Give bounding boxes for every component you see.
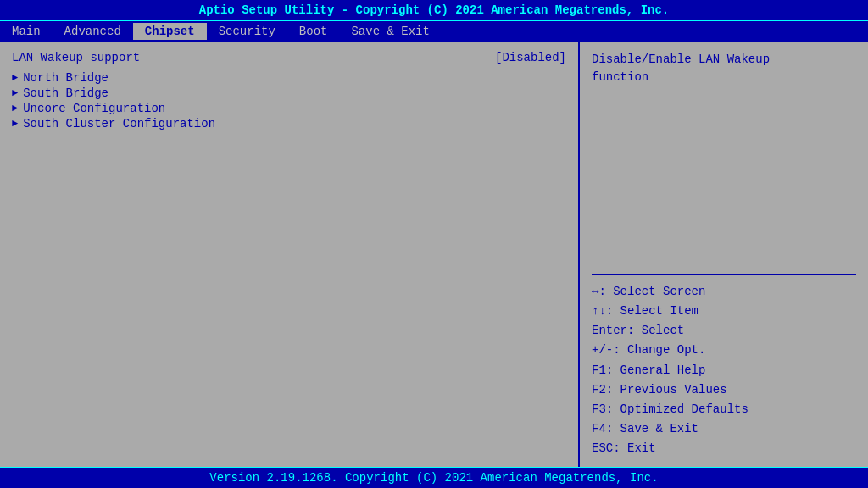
submenu-label: Uncore Configuration <box>23 102 165 115</box>
submenu-item[interactable]: ►South Cluster Configuration <box>12 117 566 130</box>
submenu-arrow-icon: ► <box>12 87 18 99</box>
submenu-item[interactable]: ►Uncore Configuration <box>12 102 566 115</box>
key-hint: F3: Optimized Defaults <box>592 400 856 419</box>
key-hint: ESC: Exit <box>592 439 856 458</box>
nav-item-security[interactable]: Security <box>207 23 287 40</box>
footer-text: Version 2.19.1268. Copyright (C) 2021 Am… <box>209 471 658 485</box>
submenu-item[interactable]: ►North Bridge <box>12 71 566 85</box>
submenu-arrow-icon: ► <box>12 118 18 130</box>
footer-bar: Version 2.19.1268. Copyright (C) 2021 Am… <box>0 467 868 488</box>
setting-label: LAN Wakeup support <box>12 51 140 64</box>
key-hint: +/-: Change Opt. <box>592 341 856 360</box>
nav-bar: MainAdvancedChipsetSecurityBootSave & Ex… <box>0 20 868 42</box>
nav-item-chipset[interactable]: Chipset <box>133 23 207 40</box>
setting-value[interactable]: [Disabled] <box>495 51 566 64</box>
help-text: Disable/Enable LAN Wakeupfunction <box>592 51 856 267</box>
nav-item-advanced[interactable]: Advanced <box>53 23 133 40</box>
submenu-item[interactable]: ►South Bridge <box>12 86 566 100</box>
submenu-arrow-icon: ► <box>12 72 18 84</box>
key-hint: Enter: Select <box>592 321 856 341</box>
divider <box>592 274 856 275</box>
key-hint: F4: Save & Exit <box>592 419 856 439</box>
submenu-label: North Bridge <box>23 71 108 85</box>
help-line: function <box>592 70 648 84</box>
nav-item-boot[interactable]: Boot <box>287 23 340 40</box>
content-area: LAN Wakeup support[Disabled]►North Bridg… <box>0 42 868 467</box>
nav-item-main[interactable]: Main <box>0 23 53 40</box>
side-panel: Disable/Enable LAN Wakeupfunction ↔: Sel… <box>580 42 868 467</box>
setting-row: LAN Wakeup support[Disabled] <box>12 51 566 64</box>
main-panel: LAN Wakeup support[Disabled]►North Bridg… <box>0 42 580 467</box>
app: Aptio Setup Utility - Copyright (C) 2021… <box>0 0 868 488</box>
key-hint: F1: General Help <box>592 361 856 380</box>
submenu-arrow-icon: ► <box>12 103 18 114</box>
key-hint: ↔: Select Screen <box>592 282 856 302</box>
key-hint: F2: Previous Values <box>592 380 856 400</box>
nav-item-save---exit[interactable]: Save & Exit <box>339 23 441 40</box>
submenu-label: South Bridge <box>23 86 108 100</box>
submenu-label: South Cluster Configuration <box>23 117 215 130</box>
key-help: ↔: Select Screen↑↓: Select ItemEnter: Se… <box>592 282 856 458</box>
title-bar: Aptio Setup Utility - Copyright (C) 2021… <box>0 0 868 20</box>
key-hint: ↑↓: Select Item <box>592 302 856 321</box>
help-line: Disable/Enable LAN Wakeup <box>592 53 770 66</box>
title-text: Aptio Setup Utility - Copyright (C) 2021… <box>199 3 670 17</box>
